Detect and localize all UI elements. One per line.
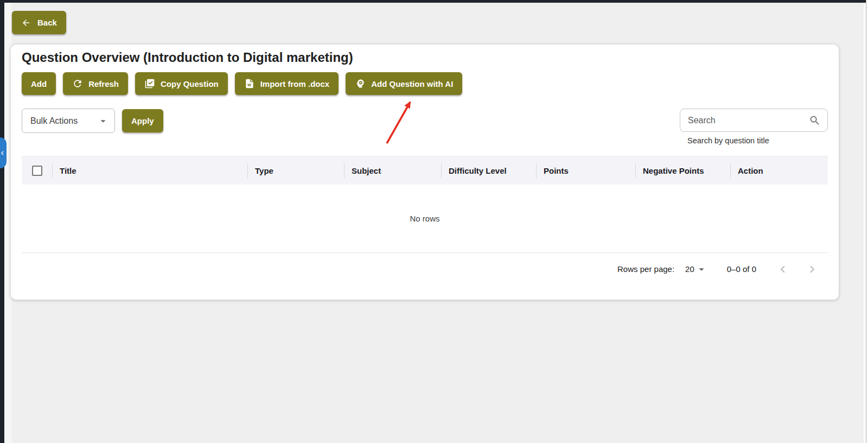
column-divider — [730, 163, 731, 178]
table-header: Title Type Subject Difficulty Level Poin… — [22, 156, 828, 185]
copy-check-icon — [144, 78, 155, 89]
column-header-points[interactable]: Points — [536, 156, 635, 185]
column-divider — [441, 163, 442, 178]
back-button[interactable]: Back — [12, 11, 66, 34]
column-header-subject[interactable]: Subject — [344, 156, 441, 185]
column-header-label: Title — [60, 166, 76, 175]
apply-button-label: Apply — [131, 116, 154, 125]
add-button-label: Add — [31, 79, 47, 88]
search-input[interactable] — [688, 116, 809, 125]
pagination-range: 0–0 of 0 — [727, 264, 756, 274]
bulk-actions-dropdown[interactable]: Bulk Actions — [22, 109, 115, 133]
dropdown-caret-icon — [97, 115, 109, 127]
select-all-cell — [22, 156, 52, 185]
copy-question-button[interactable]: Copy Question — [135, 72, 228, 95]
toolbar: Add Refresh Copy Question w Import from … — [22, 72, 462, 95]
column-divider — [635, 163, 636, 178]
column-divider — [52, 163, 53, 178]
copy-question-button-label: Copy Question — [161, 79, 219, 88]
column-header-label: Action — [738, 166, 763, 175]
column-divider — [247, 163, 248, 178]
word-document-icon: w — [244, 78, 255, 89]
bulk-actions-value: Bulk Actions — [30, 116, 97, 126]
svg-text:w: w — [247, 82, 251, 87]
column-header-label: Type — [255, 166, 273, 175]
column-header-title[interactable]: Title — [52, 156, 247, 185]
column-header-label: Difficulty Level — [449, 166, 507, 175]
chevron-left-icon — [0, 149, 7, 157]
import-docx-button[interactable]: w Import from .docx — [235, 72, 339, 95]
import-docx-button-label: Import from .docx — [260, 79, 330, 88]
rows-per-page-select[interactable]: 20 — [685, 263, 707, 275]
select-all-checkbox[interactable] — [32, 166, 42, 176]
back-button-label: Back — [37, 18, 57, 27]
window-edge-divider — [866, 0, 866, 443]
rows-per-page-value: 20 — [685, 264, 694, 274]
column-divider — [536, 163, 537, 178]
refresh-button[interactable]: Refresh — [63, 72, 128, 95]
previous-page-icon[interactable] — [776, 262, 790, 276]
column-header-type[interactable]: Type — [247, 156, 344, 185]
ai-psychology-icon — [355, 78, 366, 89]
page-title: Question Overview (Introduction to Digit… — [22, 50, 353, 65]
rows-per-page-label: Rows per page: — [617, 264, 674, 274]
column-header-difficulty-level[interactable]: Difficulty Level — [441, 156, 536, 185]
next-page-icon[interactable] — [805, 262, 819, 276]
arrow-back-icon — [21, 18, 31, 28]
question-overview-card: Question Overview (Introduction to Digit… — [11, 45, 839, 300]
search-icon[interactable] — [809, 115, 821, 126]
sidebar-expand-handle[interactable] — [0, 137, 7, 168]
column-header-action[interactable]: Action — [730, 156, 828, 185]
apply-button[interactable]: Apply — [122, 109, 163, 132]
column-header-negative-points[interactable]: Negative Points — [635, 156, 730, 185]
left-edge-strip — [0, 0, 4, 443]
search-helper-text: Search by question title — [687, 136, 769, 145]
column-header-label: Subject — [352, 166, 381, 175]
column-divider — [344, 163, 344, 178]
column-header-label: Points — [544, 166, 569, 175]
search-box — [680, 109, 828, 132]
add-button[interactable]: Add — [22, 72, 56, 95]
add-question-ai-button[interactable]: Add Question with AI — [346, 72, 462, 95]
add-question-ai-button-label: Add Question with AI — [371, 79, 453, 88]
refresh-icon — [72, 78, 83, 89]
table-body: No rows — [22, 185, 828, 252]
refresh-button-label: Refresh — [88, 79, 119, 88]
empty-state-message: No rows — [410, 214, 439, 223]
dropdown-caret-icon — [695, 263, 707, 275]
column-header-label: Negative Points — [643, 166, 704, 175]
pagination-bar: Rows per page: 20 0–0 of 0 — [22, 252, 828, 285]
browser-top-edge — [0, 0, 866, 3]
